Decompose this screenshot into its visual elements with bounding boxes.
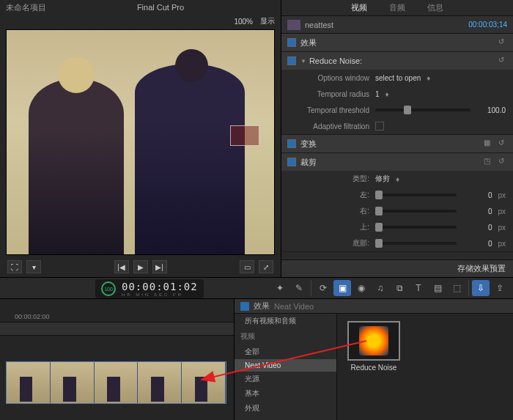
transform-icon[interactable]: ▦ (481, 139, 492, 149)
fit-icon[interactable]: ⛶ (7, 260, 22, 273)
temporal-radius-label: Temporal radius (289, 90, 369, 98)
fullscreen-icon[interactable]: ⤢ (259, 260, 273, 273)
crop-type-label: 类型: (289, 174, 369, 184)
crop-bottom-slider[interactable] (375, 242, 457, 245)
music-icon[interactable]: ♫ (372, 280, 389, 296)
timecode-display[interactable]: 100 00:00:01:02 HR MIN SEC FR (95, 279, 204, 298)
sidebar-all-av[interactable]: 所有视频和音频 (235, 314, 336, 328)
crop-top-label: 上: (289, 222, 369, 232)
browser-toggle[interactable] (240, 302, 249, 311)
browser-sidebar: 所有视频和音频 视频 全部 Neat Video 光源 基本 外观 (235, 314, 337, 420)
sidebar-item-all[interactable]: 全部 (235, 345, 336, 359)
clip-thumbnail (287, 20, 300, 30)
inspector-panel: 视频 音频 信息 neattest 00:00:03;14 效果 ↺ ▼ Red… (281, 0, 513, 277)
crop-top-value[interactable]: 0 (462, 224, 492, 232)
crop-right-value[interactable]: 0 (462, 207, 492, 215)
import-icon[interactable]: ⇩ (472, 280, 490, 296)
temporal-radius-value[interactable]: 1 (375, 90, 380, 98)
prev-button[interactable]: |◀ (114, 260, 129, 273)
timecode-digits: 00:00:01:02 (122, 281, 198, 292)
tab-video[interactable]: 视频 (351, 2, 367, 13)
browser-title: 效果 (254, 301, 270, 312)
ruler-tick: 00:00:02:00 (15, 313, 50, 320)
transform-checkbox[interactable] (287, 139, 296, 148)
clip-name: neattest (305, 21, 333, 29)
timeline-ruler[interactable]: 00:00:02:00 (0, 299, 234, 323)
crop-top-slider[interactable] (375, 226, 457, 229)
clip-timecode: 00:00:03;14 (468, 21, 507, 29)
play-button[interactable]: ▶ (133, 260, 148, 273)
viewer-panel: 未命名项目 Final Cut Pro 100% 显示 ⛶ ▾ |◀ ▶ ▶| … (0, 0, 281, 277)
transport-bar: ⛶ ▾ |◀ ▶ ▶| ▭ ⤢ (0, 257, 281, 277)
effects-browser: 效果 Neat Video 所有视频和音频 视频 全部 Neat Video 光… (235, 299, 513, 420)
sidebar-item-light[interactable]: 光源 (235, 372, 336, 386)
crop-bottom-value[interactable]: 0 (462, 240, 492, 248)
titles-icon[interactable]: T (410, 280, 427, 296)
options-value[interactable]: select to open (375, 74, 421, 82)
effect-card[interactable]: Reduce Noise (344, 321, 403, 372)
options-label: Options window (289, 74, 369, 82)
video-clip[interactable] (6, 361, 226, 404)
share-icon[interactable]: ⇪ (491, 280, 509, 296)
temporal-threshold-label: Temporal threshold (289, 106, 369, 114)
crop-left-value[interactable]: 0 (462, 191, 492, 199)
browser-crumb: Neat Video (274, 302, 314, 311)
effect-name: Reduce Noise (344, 364, 403, 372)
tab-info[interactable]: 信息 (427, 2, 443, 13)
themes-icon[interactable]: ⬚ (448, 280, 465, 296)
tab-audio[interactable]: 音频 (389, 2, 405, 13)
crop-type-value[interactable]: 修剪 (375, 174, 390, 184)
reset-icon[interactable]: ↺ (495, 56, 507, 66)
adaptive-checkbox[interactable] (375, 122, 384, 130)
app-title: Final Cut Pro (46, 3, 275, 12)
project-name: 未命名项目 (6, 2, 46, 13)
retime-icon[interactable]: ⟳ (314, 280, 332, 296)
reduce-noise-checkbox[interactable] (287, 56, 296, 65)
transform-header: 变换 (300, 139, 478, 150)
effects-checkbox[interactable] (287, 38, 296, 47)
enhance-tool-icon[interactable]: ✎ (290, 280, 308, 296)
display-menu[interactable]: 显示 (260, 16, 275, 26)
save-preset-button[interactable]: 存储效果预置 (281, 259, 513, 277)
reset-icon[interactable]: ↺ (495, 139, 507, 149)
frame-rate-ring: 100 (101, 281, 116, 296)
crop-icon[interactable]: ◳ (481, 157, 492, 167)
timeline-index[interactable] (0, 323, 234, 336)
sidebar-cat-video: 视频 (235, 328, 336, 345)
zoom-level[interactable]: 100% (234, 18, 253, 26)
crop-checkbox[interactable] (287, 158, 296, 166)
temporal-threshold-slider[interactable] (375, 108, 470, 111)
crop-right-slider[interactable] (375, 210, 457, 213)
crop-header: 裁剪 (300, 157, 478, 168)
overlay-icon[interactable]: ▭ (240, 260, 254, 273)
adaptive-label: Adaptive filtration (289, 122, 369, 130)
next-button[interactable]: ▶| (152, 260, 167, 273)
reset-icon[interactable]: ↺ (495, 37, 507, 48)
generators-icon[interactable]: ▤ (429, 280, 446, 296)
effects-header: 效果 (300, 37, 492, 48)
disclosure-icon[interactable]: ▼ (300, 58, 306, 65)
reduce-noise-header: Reduce Noise: (309, 56, 492, 65)
sidebar-item-basic[interactable]: 基本 (235, 386, 336, 401)
view-options-icon[interactable]: ▾ (26, 260, 41, 273)
library-icon[interactable]: ▣ (333, 280, 351, 296)
reset-icon[interactable]: ↺ (495, 157, 507, 167)
effects-tool-icon[interactable]: ✦ (271, 280, 289, 296)
photos-icon[interactable]: ◉ (353, 280, 370, 296)
timeline-panel[interactable]: 00:00:02:00 (0, 299, 235, 420)
viewer-canvas[interactable] (6, 29, 275, 255)
media-toolbar: ✦ ✎ ⟳ ▣ ◉ ♫ ⧉ T ▤ ⬚ ⇩ ⇪ (267, 278, 513, 298)
selection-marker[interactable] (230, 125, 259, 146)
crop-bottom-label: 底部: (289, 238, 369, 248)
crop-right-label: 右: (289, 206, 369, 216)
transitions-icon[interactable]: ⧉ (391, 280, 408, 296)
sidebar-item-neat[interactable]: Neat Video (235, 359, 336, 372)
sidebar-item-look[interactable]: 外观 (235, 401, 336, 416)
crop-left-label: 左: (289, 190, 369, 200)
effect-thumbnail (347, 321, 400, 361)
temporal-threshold-value[interactable]: 100.0 (476, 106, 506, 114)
crop-left-slider[interactable] (375, 194, 457, 196)
